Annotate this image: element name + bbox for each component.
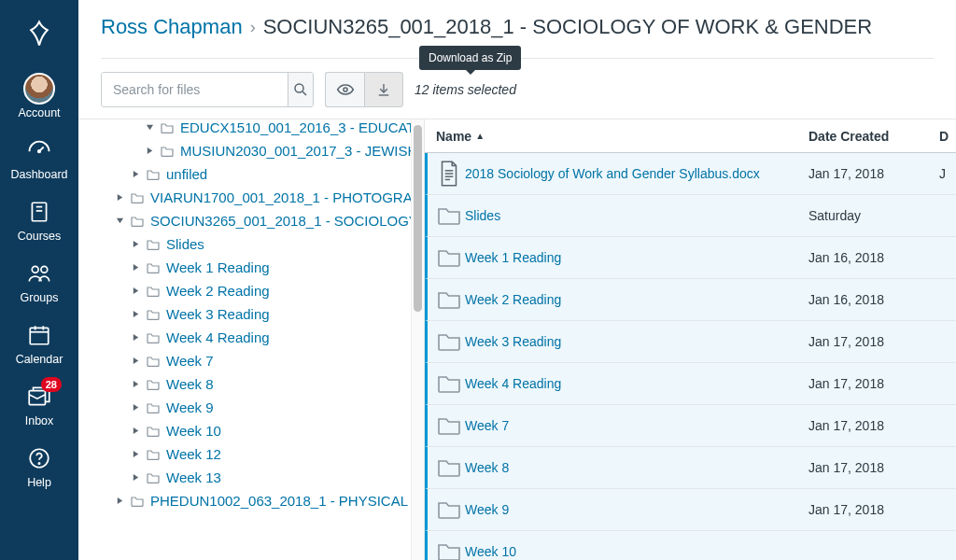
column-date-header[interactable]: Date Created bbox=[808, 129, 939, 144]
nav-account[interactable]: Account bbox=[0, 65, 78, 127]
file-name[interactable]: 2018 Sociology of Work and Gender Syllab… bbox=[465, 166, 808, 181]
tree-item[interactable]: MUSIUN2030_001_2017_3 - JEWISH bbox=[95, 139, 415, 162]
caret-right-icon[interactable] bbox=[131, 310, 140, 318]
caret-right-icon[interactable] bbox=[131, 473, 140, 482]
tree-scrollbar[interactable] bbox=[411, 119, 424, 560]
tree-item[interactable]: VIARUN1700_001_2018_1 - PHOTOGRAF bbox=[95, 186, 415, 209]
folder-icon bbox=[146, 378, 161, 391]
caret-right-icon[interactable] bbox=[131, 333, 140, 342]
tree-item[interactable]: Week 1 Reading bbox=[95, 256, 415, 279]
nav-dashboard[interactable]: Dashboard bbox=[0, 127, 78, 189]
caret-right-icon[interactable] bbox=[116, 193, 124, 202]
preview-button[interactable] bbox=[325, 72, 364, 107]
caret-right-icon[interactable] bbox=[131, 287, 140, 295]
tree-item-label: Week 9 bbox=[166, 399, 214, 415]
svg-marker-30 bbox=[133, 334, 137, 341]
download-icon bbox=[375, 81, 392, 98]
file-name[interactable]: Week 3 Reading bbox=[465, 334, 808, 349]
tree-item[interactable]: Week 7 bbox=[95, 349, 415, 372]
caret-down-icon[interactable] bbox=[116, 217, 124, 225]
nav-inbox[interactable]: 28 Inbox bbox=[0, 373, 78, 435]
breadcrumb-user-link[interactable]: Ross Chapman bbox=[101, 15, 243, 39]
nav-help[interactable]: Help bbox=[0, 435, 78, 497]
caret-right-icon[interactable] bbox=[146, 147, 154, 155]
file-row[interactable]: Week 8Jan 17, 2018 bbox=[425, 447, 956, 489]
download-zip-button[interactable] bbox=[364, 72, 403, 107]
svg-line-17 bbox=[302, 91, 306, 95]
file-name[interactable]: Week 4 Reading bbox=[465, 376, 808, 391]
tree-item[interactable]: Week 2 Reading bbox=[95, 279, 415, 302]
tree-item[interactable]: PHEDUN1002_063_2018_1 - PHYSICAL E bbox=[95, 489, 415, 512]
file-row[interactable]: Week 9Jan 17, 2018 bbox=[425, 489, 956, 531]
tree-item[interactable]: Slides bbox=[95, 232, 415, 256]
scrollbar-thumb[interactable] bbox=[414, 125, 422, 312]
help-icon bbox=[27, 444, 51, 472]
file-row[interactable]: Week 10 bbox=[425, 531, 956, 560]
file-name[interactable]: Week 1 Reading bbox=[465, 250, 808, 265]
breadcrumb-separator: › bbox=[250, 18, 256, 37]
tree-item-label: PHEDUN1002_063_2018_1 - PHYSICAL E bbox=[150, 493, 421, 509]
caret-right-icon[interactable] bbox=[131, 240, 140, 248]
caret-right-icon[interactable] bbox=[131, 170, 140, 178]
nav-groups[interactable]: Groups bbox=[0, 250, 78, 312]
tree-item[interactable]: Week 12 bbox=[95, 442, 415, 466]
file-date: Jan 17, 2018 bbox=[808, 334, 939, 349]
app-logo-icon[interactable] bbox=[21, 15, 58, 52]
file-date: Jan 17, 2018 bbox=[808, 502, 939, 517]
file-name[interactable]: Week 2 Reading bbox=[465, 292, 808, 307]
folder-icon bbox=[160, 145, 175, 158]
file-row[interactable]: SlidesSaturday bbox=[425, 195, 956, 237]
nav-label: Account bbox=[18, 106, 60, 119]
folder-icon bbox=[160, 121, 175, 134]
folder-tree-panel: EDUCX1510_001_2016_3 - EDUCATMUSIUN2030_… bbox=[78, 119, 424, 560]
folder-icon bbox=[428, 497, 465, 522]
file-name[interactable]: Week 7 bbox=[465, 418, 808, 433]
column-extra-header[interactable]: D bbox=[939, 129, 956, 144]
tree-item[interactable]: Week 9 bbox=[95, 396, 415, 419]
file-row[interactable]: Week 3 ReadingJan 17, 2018 bbox=[425, 321, 956, 363]
folder-icon bbox=[146, 425, 161, 438]
svg-point-18 bbox=[343, 88, 346, 91]
tree-item[interactable]: SOCIUN3265_001_2018_1 - SOCIOLOGY bbox=[95, 209, 415, 232]
tree-item[interactable]: Week 4 Reading bbox=[95, 326, 415, 349]
file-name[interactable]: Week 8 bbox=[465, 460, 808, 475]
file-date: Jan 16, 2018 bbox=[808, 250, 939, 265]
tree-item[interactable]: EDUCX1510_001_2016_3 - EDUCAT bbox=[95, 119, 415, 139]
selection-count: 12 items selected bbox=[415, 82, 516, 97]
file-name[interactable]: Week 9 bbox=[465, 502, 808, 517]
tree-item[interactable]: unfiled bbox=[95, 162, 415, 186]
svg-marker-23 bbox=[133, 171, 137, 177]
tree-item[interactable]: Week 3 Reading bbox=[95, 302, 415, 326]
caret-right-icon[interactable] bbox=[131, 403, 140, 412]
file-row[interactable]: 2018 Sociology of Work and Gender Syllab… bbox=[425, 153, 956, 195]
nav-courses[interactable]: Courses bbox=[0, 189, 78, 250]
file-row[interactable]: Week 4 ReadingJan 17, 2018 bbox=[425, 363, 956, 405]
file-row[interactable]: Week 1 ReadingJan 16, 2018 bbox=[425, 237, 956, 279]
column-name-header[interactable]: Name ▲ bbox=[425, 129, 808, 144]
svg-point-0 bbox=[38, 150, 40, 152]
caret-right-icon[interactable] bbox=[131, 427, 140, 435]
caret-right-icon[interactable] bbox=[131, 357, 140, 365]
nav-calendar[interactable]: Calendar bbox=[0, 312, 78, 373]
search-input[interactable] bbox=[102, 73, 288, 106]
tree-item-label: Week 12 bbox=[166, 446, 221, 462]
tree-item-label: EDUCX1510_001_2016_3 - EDUCAT bbox=[180, 119, 415, 135]
file-row[interactable]: Week 2 ReadingJan 16, 2018 bbox=[425, 279, 956, 321]
tree-item[interactable]: Week 10 bbox=[95, 419, 415, 442]
file-row[interactable]: Week 7Jan 17, 2018 bbox=[425, 405, 956, 447]
tree-item-label: Week 3 Reading bbox=[166, 306, 270, 322]
caret-right-icon[interactable] bbox=[131, 450, 140, 458]
file-name[interactable]: Week 10 bbox=[465, 544, 808, 559]
caret-down-icon[interactable] bbox=[146, 123, 154, 132]
folder-icon bbox=[146, 238, 161, 251]
file-name[interactable]: Slides bbox=[465, 208, 808, 223]
dashboard-icon bbox=[26, 136, 52, 164]
tree-item[interactable]: Week 8 bbox=[95, 372, 415, 396]
caret-right-icon[interactable] bbox=[116, 497, 124, 505]
caret-right-icon[interactable] bbox=[131, 263, 140, 272]
tree-item-label: Week 4 Reading bbox=[166, 329, 270, 345]
caret-right-icon[interactable] bbox=[131, 380, 140, 388]
search-button[interactable] bbox=[288, 73, 313, 106]
tree-item[interactable]: Week 13 bbox=[95, 466, 415, 489]
search-icon bbox=[292, 81, 309, 98]
